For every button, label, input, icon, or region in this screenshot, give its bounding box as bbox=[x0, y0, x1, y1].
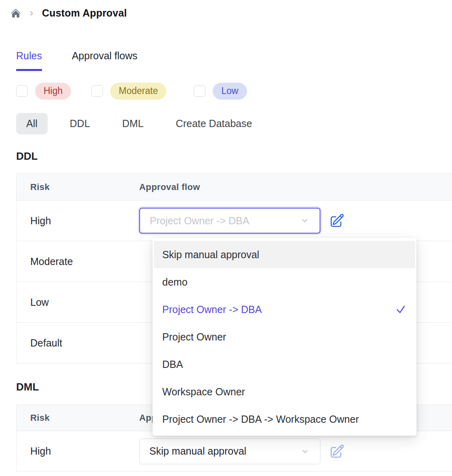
filter-ddl-button[interactable]: DDL bbox=[60, 113, 100, 134]
dropdown-option-workspace-owner[interactable]: Workspace Owner bbox=[154, 378, 415, 405]
chevron-down-icon bbox=[301, 447, 310, 456]
breadcrumb: Custom Approval bbox=[10, 7, 127, 19]
risk-filter-low: Low bbox=[194, 83, 247, 100]
approval-flow-cell: Project Owner -> DBA bbox=[139, 208, 452, 234]
high-checkbox[interactable] bbox=[16, 85, 28, 97]
column-header-approval-flow: Approval flow bbox=[139, 182, 200, 192]
filter-dml-button[interactable]: DML bbox=[112, 113, 154, 134]
filter-all-button[interactable]: All bbox=[16, 113, 48, 134]
approval-flow-cell: Skip manual approval bbox=[139, 438, 452, 464]
dropdown-option-skip-manual-approval[interactable]: Skip manual approval bbox=[154, 241, 415, 268]
risk-label: High bbox=[17, 215, 139, 227]
dropdown-option-dba[interactable]: DBA bbox=[154, 351, 415, 378]
table-header: Risk Approval flow bbox=[17, 174, 452, 200]
approval-flow-dropdown-menu: Skip manual approval demo Project Owner … bbox=[153, 238, 416, 436]
tab-bar: Rules Approval flows bbox=[16, 50, 138, 71]
table-row-high: High Project Owner -> DBA bbox=[17, 200, 452, 241]
home-icon[interactable] bbox=[10, 8, 21, 19]
section-title-ddl: DDL bbox=[16, 150, 38, 163]
chevron-down-icon bbox=[300, 216, 309, 225]
option-label: Project Owner -> DBA bbox=[162, 304, 262, 315]
risk-label: Moderate bbox=[17, 256, 139, 267]
column-header-risk: Risk bbox=[17, 413, 139, 423]
dropdown-option-project-owner-dba-workspace-owner[interactable]: Project Owner -> DBA -> Workspace Owner bbox=[154, 405, 415, 433]
dropdown-option-project-owner-dba[interactable]: Project Owner -> DBA bbox=[154, 296, 415, 323]
high-risk-badge[interactable]: High bbox=[35, 83, 71, 100]
edit-approval-flow-button[interactable] bbox=[329, 213, 345, 228]
filter-create-database-button[interactable]: Create Database bbox=[166, 113, 262, 134]
dropdown-option-demo[interactable]: demo bbox=[154, 268, 415, 296]
moderate-checkbox[interactable] bbox=[91, 85, 103, 97]
approval-flow-select[interactable]: Skip manual approval bbox=[139, 438, 320, 464]
low-checkbox[interactable] bbox=[194, 85, 205, 97]
edit-approval-flow-button[interactable] bbox=[329, 444, 345, 459]
low-risk-badge[interactable]: Low bbox=[213, 83, 247, 100]
column-header-risk: Risk bbox=[17, 182, 139, 192]
risk-filter-high: High bbox=[16, 83, 71, 100]
section-title-dml: DML bbox=[16, 381, 39, 393]
check-icon bbox=[395, 304, 406, 315]
category-filter-row: All DDL DML Create Database bbox=[16, 113, 262, 134]
dropdown-option-project-owner[interactable]: Project Owner bbox=[154, 323, 415, 351]
tab-approval-flows[interactable]: Approval flows bbox=[72, 50, 138, 71]
risk-label: Default bbox=[17, 337, 139, 349]
risk-label: Low bbox=[17, 296, 139, 308]
risk-label: High bbox=[17, 445, 139, 457]
select-value: Project Owner -> DBA bbox=[150, 215, 249, 227]
risk-filter-row: High Moderate Low bbox=[16, 83, 267, 100]
page-title: Custom Approval bbox=[42, 7, 127, 19]
chevron-right-icon bbox=[28, 10, 35, 17]
tab-rules[interactable]: Rules bbox=[16, 50, 42, 71]
table-row-high: High Skip manual approval bbox=[17, 431, 452, 472]
moderate-risk-badge[interactable]: Moderate bbox=[110, 83, 166, 100]
approval-flow-select[interactable]: Project Owner -> DBA bbox=[139, 208, 320, 234]
risk-filter-moderate: Moderate bbox=[91, 83, 166, 100]
select-value: Skip manual approval bbox=[149, 445, 246, 457]
